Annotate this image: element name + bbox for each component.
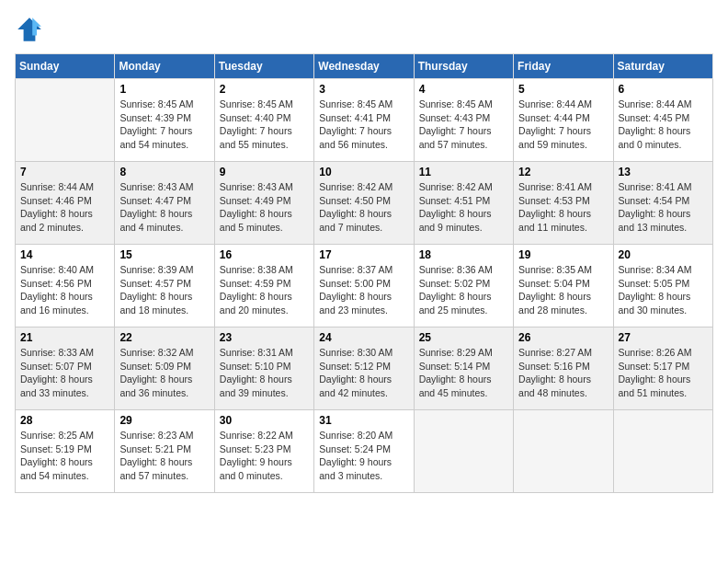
day-number: 24: [319, 331, 408, 344]
calendar-cell: 14Sunrise: 8:40 AMSunset: 4:56 PMDayligh…: [16, 245, 115, 327]
calendar-cell: 1Sunrise: 8:45 AMSunset: 4:39 PMDaylight…: [115, 79, 214, 162]
calendar-week-row: 21Sunrise: 8:33 AMSunset: 5:07 PMDayligh…: [16, 327, 713, 410]
calendar-cell: 18Sunrise: 8:36 AMSunset: 5:02 PMDayligh…: [414, 245, 513, 327]
logo: [15, 15, 48, 44]
weekday-header-wednesday: Wednesday: [314, 54, 414, 79]
calendar-cell: 5Sunrise: 8:44 AMSunset: 4:44 PMDaylight…: [514, 79, 613, 162]
day-info: Sunrise: 8:32 AMSunset: 5:09 PMDaylight:…: [119, 346, 209, 400]
svg-marker-1: [32, 17, 41, 35]
day-info: Sunrise: 8:27 AMSunset: 5:16 PMDaylight:…: [518, 346, 608, 400]
calendar-cell: 28Sunrise: 8:25 AMSunset: 5:19 PMDayligh…: [16, 410, 115, 493]
day-number: 17: [319, 248, 408, 261]
weekday-header-sunday: Sunday: [16, 54, 115, 79]
calendar-cell: 24Sunrise: 8:30 AMSunset: 5:12 PMDayligh…: [314, 327, 414, 410]
day-info: Sunrise: 8:22 AMSunset: 5:23 PMDaylight:…: [220, 429, 309, 483]
day-info: Sunrise: 8:35 AMSunset: 5:04 PMDaylight:…: [518, 263, 608, 317]
day-info: Sunrise: 8:41 AMSunset: 4:54 PMDaylight:…: [619, 180, 708, 235]
day-info: Sunrise: 8:26 AMSunset: 5:17 PMDaylight:…: [619, 346, 708, 400]
calendar-cell: 8Sunrise: 8:43 AMSunset: 4:47 PMDaylight…: [115, 162, 214, 245]
calendar-cell: [414, 410, 513, 493]
day-info: Sunrise: 8:41 AMSunset: 4:53 PMDaylight:…: [518, 180, 608, 235]
day-number: 11: [419, 166, 508, 178]
calendar-cell: 2Sunrise: 8:45 AMSunset: 4:40 PMDaylight…: [214, 79, 313, 162]
calendar-cell: 16Sunrise: 8:38 AMSunset: 4:59 PMDayligh…: [214, 245, 313, 327]
day-info: Sunrise: 8:23 AMSunset: 5:21 PMDaylight:…: [119, 429, 209, 483]
day-number: 31: [319, 414, 408, 427]
day-info: Sunrise: 8:44 AMSunset: 4:45 PMDaylight:…: [619, 98, 708, 152]
calendar-cell: 17Sunrise: 8:37 AMSunset: 5:00 PMDayligh…: [314, 245, 414, 327]
day-number: 22: [119, 331, 209, 344]
calendar-cell: 19Sunrise: 8:35 AMSunset: 5:04 PMDayligh…: [514, 245, 613, 327]
calendar-cell: 15Sunrise: 8:39 AMSunset: 4:57 PMDayligh…: [115, 245, 214, 327]
day-number: 7: [20, 166, 109, 178]
calendar-cell: [514, 410, 613, 493]
calendar-week-row: 14Sunrise: 8:40 AMSunset: 4:56 PMDayligh…: [16, 245, 713, 327]
calendar-cell: 31Sunrise: 8:20 AMSunset: 5:24 PMDayligh…: [314, 410, 414, 493]
day-number: 25: [419, 331, 508, 344]
calendar-cell: 30Sunrise: 8:22 AMSunset: 5:23 PMDayligh…: [214, 410, 313, 493]
day-number: 30: [220, 414, 309, 427]
day-number: 9: [220, 166, 309, 178]
day-info: Sunrise: 8:42 AMSunset: 4:50 PMDaylight:…: [319, 180, 408, 235]
day-info: Sunrise: 8:34 AMSunset: 5:05 PMDaylight:…: [619, 263, 708, 317]
day-info: Sunrise: 8:45 AMSunset: 4:41 PMDaylight:…: [319, 98, 408, 152]
day-number: 21: [20, 331, 109, 344]
calendar-cell: 22Sunrise: 8:32 AMSunset: 5:09 PMDayligh…: [115, 327, 214, 410]
day-info: Sunrise: 8:36 AMSunset: 5:02 PMDaylight:…: [419, 263, 508, 317]
weekday-header-thursday: Thursday: [414, 54, 513, 79]
calendar-cell: 27Sunrise: 8:26 AMSunset: 5:17 PMDayligh…: [613, 327, 712, 410]
day-number: 5: [518, 83, 608, 96]
day-number: 19: [518, 248, 608, 261]
calendar-cell: 25Sunrise: 8:29 AMSunset: 5:14 PMDayligh…: [414, 327, 513, 410]
weekday-header-tuesday: Tuesday: [214, 54, 313, 79]
day-info: Sunrise: 8:30 AMSunset: 5:12 PMDaylight:…: [319, 346, 408, 400]
day-info: Sunrise: 8:39 AMSunset: 4:57 PMDaylight:…: [119, 263, 209, 317]
day-number: 12: [518, 166, 608, 178]
day-number: 18: [419, 248, 508, 261]
calendar-cell: 29Sunrise: 8:23 AMSunset: 5:21 PMDayligh…: [115, 410, 214, 493]
weekday-header-monday: Monday: [115, 54, 214, 79]
day-info: Sunrise: 8:45 AMSunset: 4:43 PMDaylight:…: [419, 98, 508, 152]
calendar-cell: 21Sunrise: 8:33 AMSunset: 5:07 PMDayligh…: [16, 327, 115, 410]
day-number: 3: [319, 83, 408, 96]
calendar-cell: 6Sunrise: 8:44 AMSunset: 4:45 PMDaylight…: [613, 79, 712, 162]
header: [15, 15, 713, 44]
calendar-cell: 11Sunrise: 8:42 AMSunset: 4:51 PMDayligh…: [414, 162, 513, 245]
calendar-week-row: 7Sunrise: 8:44 AMSunset: 4:46 PMDaylight…: [16, 162, 713, 245]
calendar-cell: 12Sunrise: 8:41 AMSunset: 4:53 PMDayligh…: [514, 162, 613, 245]
weekday-header-saturday: Saturday: [613, 54, 712, 79]
day-info: Sunrise: 8:38 AMSunset: 4:59 PMDaylight:…: [220, 263, 309, 317]
calendar-cell: 26Sunrise: 8:27 AMSunset: 5:16 PMDayligh…: [514, 327, 613, 410]
day-info: Sunrise: 8:44 AMSunset: 4:46 PMDaylight:…: [20, 180, 109, 235]
logo-icon: [15, 15, 44, 44]
calendar-header-row: SundayMondayTuesdayWednesdayThursdayFrid…: [16, 54, 713, 79]
calendar-cell: [613, 410, 712, 493]
calendar-week-row: 1Sunrise: 8:45 AMSunset: 4:39 PMDaylight…: [16, 79, 713, 162]
day-number: 20: [619, 248, 708, 261]
day-info: Sunrise: 8:43 AMSunset: 4:47 PMDaylight:…: [119, 180, 209, 235]
day-number: 26: [518, 331, 608, 344]
day-number: 4: [419, 83, 508, 96]
day-number: 29: [119, 414, 209, 427]
day-info: Sunrise: 8:45 AMSunset: 4:40 PMDaylight:…: [220, 98, 309, 152]
day-info: Sunrise: 8:40 AMSunset: 4:56 PMDaylight:…: [20, 263, 109, 317]
day-info: Sunrise: 8:20 AMSunset: 5:24 PMDaylight:…: [319, 429, 408, 483]
day-number: 28: [20, 414, 109, 427]
day-info: Sunrise: 8:33 AMSunset: 5:07 PMDaylight:…: [20, 346, 109, 400]
day-number: 14: [20, 248, 109, 261]
day-info: Sunrise: 8:45 AMSunset: 4:39 PMDaylight:…: [119, 98, 209, 152]
day-info: Sunrise: 8:29 AMSunset: 5:14 PMDaylight:…: [419, 346, 508, 400]
day-number: 2: [220, 83, 309, 96]
day-number: 16: [220, 248, 309, 261]
day-info: Sunrise: 8:44 AMSunset: 4:44 PMDaylight:…: [518, 98, 608, 152]
day-number: 27: [619, 331, 708, 344]
calendar-cell: 9Sunrise: 8:43 AMSunset: 4:49 PMDaylight…: [214, 162, 313, 245]
calendar-cell: 7Sunrise: 8:44 AMSunset: 4:46 PMDaylight…: [16, 162, 115, 245]
day-number: 13: [619, 166, 708, 178]
calendar-cell: 20Sunrise: 8:34 AMSunset: 5:05 PMDayligh…: [613, 245, 712, 327]
calendar-cell: 10Sunrise: 8:42 AMSunset: 4:50 PMDayligh…: [314, 162, 414, 245]
day-number: 10: [319, 166, 408, 178]
day-number: 8: [119, 166, 209, 178]
day-number: 1: [119, 83, 209, 96]
calendar-cell: 23Sunrise: 8:31 AMSunset: 5:10 PMDayligh…: [214, 327, 313, 410]
